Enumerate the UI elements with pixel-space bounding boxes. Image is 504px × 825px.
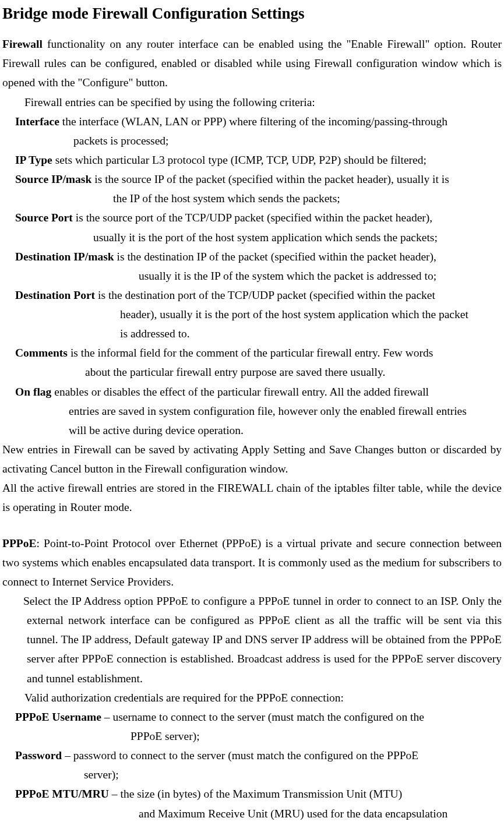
page-title: Bridge mode Firewall Configuration Setti… <box>2 3 502 24</box>
term-onflag: On flag <box>15 382 51 401</box>
def-onflag-text2: entries are saved in system configuratio… <box>15 401 502 421</box>
firewall-after-text1: New entries in Firewall can be saved by … <box>2 440 502 478</box>
def-comments: Comments is the informal field for the c… <box>15 343 502 362</box>
def-srcip-text2: the IP of the host system which sends th… <box>15 189 502 208</box>
def-dstip-text2: usually it is the IP of the system which… <box>15 266 502 285</box>
def-password-text1: – password to connect to the server (mus… <box>62 746 502 765</box>
def-interface-text1: the interface (WLAN, LAN or PPP) where f… <box>59 112 502 131</box>
def-dstport-text3: is addressed to. <box>15 324 502 343</box>
term-comments: Comments <box>15 343 68 362</box>
term-srcip: Source IP/mask <box>15 170 91 189</box>
def-comments-text2: about the particular firewall entry purp… <box>15 362 502 382</box>
def-srcip: Source IP/mask is the source IP of the p… <box>15 170 502 189</box>
def-dstip: Destination IP/mask is the destination I… <box>15 247 502 266</box>
def-dstport-text2: header), usually it is the port of the h… <box>15 305 502 324</box>
term-dstport: Destination Port <box>15 285 95 305</box>
def-onflag: On flag enables or disables the effect o… <box>15 382 502 401</box>
def-mtu: PPPoE MTU/MRU – the size (in bytes) of t… <box>15 784 502 803</box>
def-interface: Interface the interface (WLAN, LAN or PP… <box>15 112 502 131</box>
term-username: PPPoE Username <box>15 707 101 727</box>
firewall-definitions: Interface the interface (WLAN, LAN or PP… <box>2 112 502 440</box>
def-dstip-text1: is the destination IP of the packet (spe… <box>114 247 502 266</box>
def-iptype: IP Type sets which particular L3 protoco… <box>15 150 502 170</box>
firewall-strong: Firewall <box>2 38 43 50</box>
def-srcport-text2: usually it is the port of the host syste… <box>15 228 502 247</box>
def-username-text2: PPPoE server); <box>15 727 502 746</box>
def-onflag-text1: enables or disables the effect of the pa… <box>51 382 502 401</box>
pppoe-strong: PPPoE <box>2 537 37 549</box>
pppoe-definitions: PPPoE Username – username to connect to … <box>2 707 502 825</box>
term-mtu: PPPoE MTU/MRU <box>15 784 109 803</box>
def-srcip-text1: is the source IP of the packet (specifie… <box>91 170 502 189</box>
firewall-intro-para: Firewall functionality on any router int… <box>2 34 502 92</box>
def-onflag-text3: will be active during device operation. <box>15 421 502 440</box>
term-interface: Interface <box>15 112 59 131</box>
term-dstip: Destination IP/mask <box>15 247 114 266</box>
pppoe-text1: : Point-to-Point Protocol over Ethernet … <box>2 537 502 588</box>
term-password: Password <box>15 746 62 765</box>
def-dstport-text1: is the destination port of the TCP/UDP p… <box>95 285 502 305</box>
def-password-text2: server); <box>15 765 502 784</box>
firewall-intro-criteria: Firewall entries can be specified by usi… <box>2 93 502 112</box>
def-comments-text1: is the informal field for the comment of… <box>68 343 502 362</box>
pppoe-text3: Valid authorization credentials are requ… <box>2 688 502 707</box>
pppoe-text2: Select the IP Address option PPPoE to co… <box>2 591 502 688</box>
pppoe-intro: PPPoE: Point-to-Point Protocol over Ethe… <box>2 534 502 591</box>
term-srcport: Source Port <box>15 208 73 227</box>
def-username: PPPoE Username – username to connect to … <box>15 707 502 727</box>
def-mtu-text2: and Maximum Receive Unit (MRU) used for … <box>15 804 502 823</box>
firewall-intro-text1: functionality on any router interface ca… <box>2 38 502 89</box>
def-interface-text2: packets is processed; <box>15 131 502 150</box>
def-mtu-text1: – the size (in bytes) of the Maximum Tra… <box>109 784 502 803</box>
def-srcport-text1: is the source port of the TCP/UDP packet… <box>73 208 502 227</box>
term-iptype: IP Type <box>15 150 52 170</box>
def-iptype-text1: sets which particular L3 protocol type (… <box>52 150 502 170</box>
def-username-text1: – username to connect to the server (mus… <box>101 707 502 727</box>
def-dstport: Destination Port is the destination port… <box>15 285 502 305</box>
def-password: Password – password to connect to the se… <box>15 746 502 765</box>
def-srcport: Source Port is the source port of the TC… <box>15 208 502 227</box>
firewall-after-text2: All the active firewall entries are stor… <box>2 478 502 517</box>
